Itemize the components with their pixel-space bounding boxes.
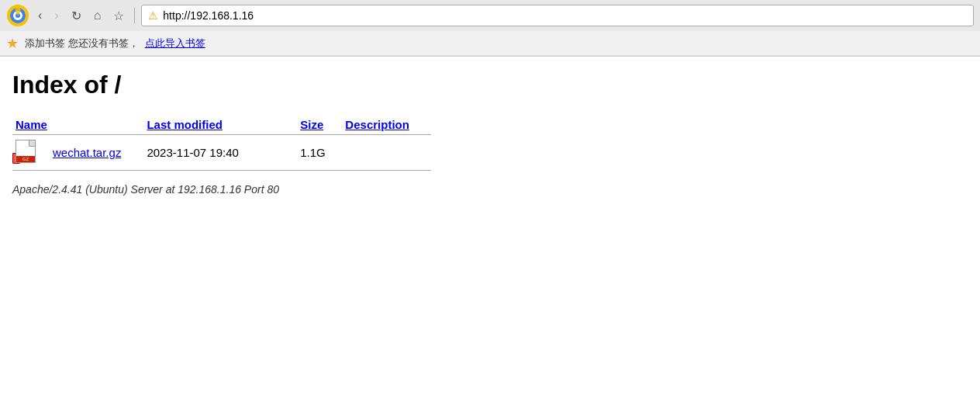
- bookmarks-bar: ★ 添加书签 您还没有书签， 点此导入书签: [0, 31, 980, 56]
- sort-by-modified-link[interactable]: Last modified: [147, 118, 223, 131]
- file-link[interactable]: wechat.tar.gz: [53, 146, 121, 159]
- table-row: GZ wechat.tar.gz2023-11-07 19:401.1G: [12, 135, 431, 171]
- browser-chrome: ‹ › ↻ ⌂ ☆ ⚠ http://192.168.1.16 ★ 添加书签 您…: [0, 0, 980, 57]
- bookmark-button[interactable]: ☆: [109, 7, 128, 25]
- toolbar: ‹ › ↻ ⌂ ☆ ⚠ http://192.168.1.16: [0, 0, 980, 31]
- file-type-icon: GZ: [16, 140, 40, 165]
- address-text: http://192.168.1.16: [163, 9, 254, 22]
- file-name-cell: wechat.tar.gz: [50, 135, 143, 171]
- page-content: Index of / Name Last modified Size Descr…: [0, 57, 980, 203]
- browser-logo: [6, 4, 29, 27]
- bookmark-star-icon: ★: [6, 35, 19, 52]
- col-header-size: Size: [297, 115, 342, 135]
- import-bookmarks-link[interactable]: 点此导入书签: [145, 36, 205, 50]
- sort-by-size-link[interactable]: Size: [300, 118, 323, 131]
- reload-button[interactable]: ↻: [67, 7, 85, 25]
- table-header-row: Name Last modified Size Description: [12, 115, 431, 135]
- file-size-cell: 1.1G: [297, 135, 342, 171]
- col-header-modified: Last modified: [143, 115, 297, 135]
- file-description-cell: [342, 135, 431, 171]
- sort-by-name-link[interactable]: Name: [16, 118, 47, 131]
- file-icon-cell: GZ: [12, 135, 50, 171]
- bookmarks-add-text: 添加书签 您还没有书签，: [25, 36, 139, 50]
- file-modified-cell: 2023-11-07 19:40: [143, 135, 297, 171]
- server-info: Apache/2.4.41 (Ubuntu) Server at 192.168…: [12, 183, 968, 196]
- toolbar-separator: [134, 8, 135, 23]
- col-header-name: Name: [12, 115, 143, 135]
- address-bar[interactable]: ⚠ http://192.168.1.16: [141, 5, 974, 26]
- back-button[interactable]: ‹: [34, 7, 46, 24]
- file-table: Name Last modified Size Description GZ: [12, 115, 431, 171]
- sort-by-desc-link[interactable]: Description: [345, 118, 409, 131]
- forward-button[interactable]: ›: [50, 7, 62, 24]
- home-button[interactable]: ⌂: [90, 7, 105, 24]
- col-header-description: Description: [342, 115, 431, 135]
- page-title: Index of /: [12, 71, 968, 99]
- security-warning-icon: ⚠: [148, 9, 158, 22]
